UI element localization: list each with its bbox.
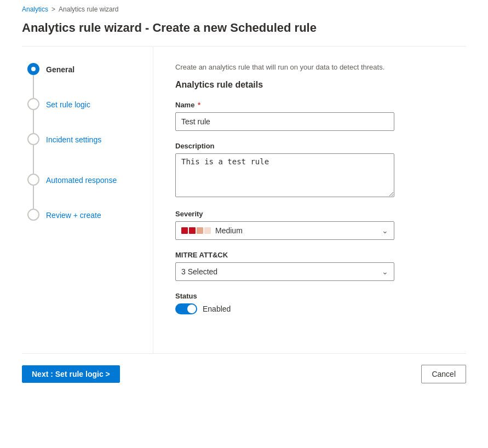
toggle-knob [187, 305, 196, 313]
step-label-set-rule-logic[interactable]: Set rule logic [46, 98, 90, 111]
form-panel: Create an analytics rule that will run o… [153, 47, 466, 353]
breadcrumb-separator: > [51, 5, 55, 13]
breadcrumb: Analytics > Analytics rule wizard [0, 0, 488, 16]
mitre-value: 3 Selected [181, 267, 217, 276]
description-label: Description [175, 142, 450, 150]
severity-icons [181, 227, 211, 234]
step-circle-general [27, 63, 39, 75]
next-button[interactable]: Next : Set rule logic > [22, 365, 120, 383]
breadcrumb-analytics-link[interactable]: Analytics [22, 5, 48, 13]
sev-block-2 [189, 227, 196, 234]
step-circle-automated-response [27, 174, 39, 186]
form-intro: Create an analytics rule that will run o… [175, 63, 450, 71]
step-label-incident-settings[interactable]: Incident settings [46, 133, 101, 146]
severity-label: Severity [175, 210, 450, 218]
steps-panel: General Set rule logic Incident settings [22, 47, 153, 353]
page-title: Analytics rule wizard - Create a new Sch… [0, 16, 488, 46]
sev-block-1 [181, 227, 188, 234]
mitre-dropdown[interactable]: 3 Selected ⌄ [175, 262, 394, 281]
step-circle-incident-settings [27, 133, 39, 145]
mitre-chevron-icon: ⌄ [382, 267, 388, 276]
name-field-group: Name * [175, 101, 450, 131]
severity-field-group: Severity Medium ⌄ [175, 210, 450, 240]
severity-chevron-icon: ⌄ [382, 226, 388, 235]
sev-block-3 [197, 227, 203, 234]
status-field-group: Status Enabled [175, 292, 450, 314]
main-content: General Set rule logic Incident settings [22, 47, 466, 353]
breadcrumb-current: Analytics rule wizard [59, 5, 118, 13]
status-label: Status [175, 292, 450, 300]
bottom-bar: Next : Set rule logic > Cancel [0, 354, 488, 394]
name-input[interactable] [175, 112, 394, 131]
cancel-button[interactable]: Cancel [421, 365, 466, 383]
sev-block-4 [204, 227, 211, 234]
description-field-group: Description This is a test rule [175, 142, 450, 199]
step-circle-set-rule-logic [27, 98, 39, 110]
severity-value: Medium [215, 226, 243, 235]
step-label-review-create[interactable]: Review + create [46, 209, 101, 221]
step-label-general[interactable]: General [46, 63, 74, 76]
status-value: Enabled [203, 305, 231, 313]
step-label-automated-response[interactable]: Automated response [46, 174, 117, 186]
status-toggle-row: Enabled [175, 303, 450, 314]
status-toggle[interactable] [175, 303, 197, 314]
name-label: Name * [175, 101, 450, 109]
severity-dropdown[interactable]: Medium ⌄ [175, 221, 394, 240]
step-circle-review-create [27, 209, 39, 221]
form-section-title: Analytics rule details [175, 80, 450, 90]
mitre-label: MITRE ATT&CK [175, 251, 450, 259]
description-textarea[interactable]: This is a test rule [175, 153, 394, 197]
mitre-field-group: MITRE ATT&CK 3 Selected ⌄ [175, 251, 450, 281]
